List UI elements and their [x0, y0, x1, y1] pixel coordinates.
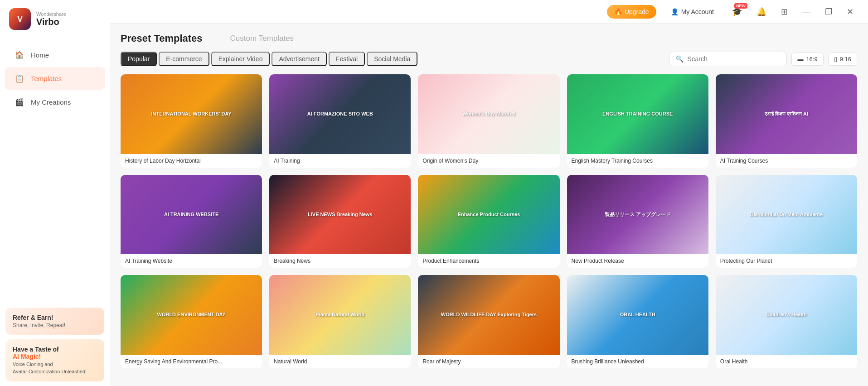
card-label: History of Labor Day Horizontal [121, 154, 262, 168]
promo-refer-title: Refer & Earn! [13, 314, 97, 321]
card-label: New Product Release [567, 254, 708, 268]
page-title: Preset Templates [121, 33, 203, 44]
filter-tab-popular[interactable]: Popular [121, 52, 157, 66]
ratio-9-16-button[interactable]: ▯ 9:16 [828, 53, 857, 66]
template-card[interactable]: WORLD WILDLIFE DAY Exploring Tigers Roar… [418, 275, 559, 368]
new-badge: NEW [734, 3, 747, 9]
sidebar-item-label: Templates [31, 75, 62, 82]
logo-text: Wondershare Virbo [36, 11, 66, 27]
thumb-title: Pianta Natural World [315, 312, 364, 318]
sidebar-item-templates[interactable]: 📋 Templates [5, 67, 105, 90]
template-card[interactable]: एआई शिक्षण प्रशिक्षण AI AI Training Cour… [716, 74, 857, 168]
template-card[interactable]: ENGLISH TRAINING COURSE English Mastery … [567, 74, 708, 168]
card-label: Product Enhancements [418, 254, 559, 268]
filter-tab-ecommerce[interactable]: E-commerce [159, 52, 209, 66]
template-card[interactable]: 製品リリース アップグレード New Product Release [567, 175, 708, 268]
template-card[interactable]: Women's Day March 8 Origin of Women's Da… [418, 74, 559, 168]
minimize-button[interactable]: — [799, 5, 814, 18]
template-card[interactable]: Pianta Natural World Natural World [269, 275, 411, 368]
card-label: Origin of Women's Day [418, 154, 559, 168]
card-label: AI Training [269, 154, 411, 168]
card-label: Natural World [269, 355, 411, 368]
thumb-title: Women's Day March 8 [462, 111, 515, 117]
upgrade-label: Upgrade [625, 8, 649, 15]
grid-button[interactable]: ⊞ [777, 5, 791, 19]
content-area: Preset Templates Custom Templates Popula… [110, 24, 868, 386]
template-card[interactable]: INTERNATIONAL WORKERS' DAY History of La… [121, 74, 262, 168]
promo-refer-card[interactable]: Refer & Earn! Share, Invite, Repeat! [5, 308, 104, 335]
thumb-title: Enhance Product Courses [458, 212, 520, 217]
filter-tab-explainer[interactable]: Explainer Video [211, 52, 270, 66]
ratio-16-9-icon: ▬ [797, 56, 803, 63]
template-card[interactable]: Enhance Product Courses Product Enhancem… [418, 175, 559, 268]
sidebar-item-label: Home [31, 51, 49, 59]
card-thumbnail: AI FORMAZIONE SITO WEB [269, 74, 411, 154]
filter-right: 🔍 ▬ 16:9 ▯ 9:16 [669, 52, 857, 66]
card-thumbnail: Women's Day March 8 [418, 74, 559, 154]
main-area: 🔥 Upgrade 👤 My Account 🎓 NEW 🔔 ⊞ — ❐ ✕ P… [110, 0, 868, 386]
template-card[interactable]: LIVE NEWS Breaking News Breaking News [269, 175, 411, 268]
card-thumbnail: Enhance Product Courses [418, 175, 559, 255]
upgrade-icon: 🔥 [614, 8, 622, 15]
card-label: Breaking News [269, 254, 411, 268]
card-thumbnail: ORAL HEALTH [567, 275, 708, 355]
logo-brand: Wondershare [36, 11, 66, 17]
templates-icon: 📋 [15, 73, 24, 83]
maximize-button[interactable]: ❐ [821, 5, 836, 19]
search-box[interactable]: 🔍 [669, 52, 787, 66]
template-card[interactable]: WORLD ENVIRONMENT DAY Energy Saving And … [121, 275, 262, 368]
logo-area: V Wondershare Virbo [0, 0, 110, 38]
ratio-16-9-button[interactable]: ▬ 16:9 [791, 53, 823, 66]
bell-button[interactable]: 🔔 [753, 5, 770, 19]
template-header: Preset Templates Custom Templates [121, 33, 857, 44]
template-card[interactable]: AI FORMAZIONE SITO WEB AI Training [269, 74, 411, 168]
app-logo-icon: V [9, 8, 31, 30]
card-label: AI Training Website [121, 254, 262, 268]
thumb-title: INTERNATIONAL WORKERS' DAY [151, 111, 231, 117]
search-icon: 🔍 [676, 55, 684, 63]
sidebar-item-home[interactable]: 🏠 Home [5, 43, 105, 66]
card-thumbnail: Dia Mundial Do Meio Ambiente [716, 175, 857, 255]
template-card[interactable]: Dia Mundial Do Meio Ambiente Protecting … [716, 175, 857, 268]
close-button[interactable]: ✕ [843, 5, 857, 19]
filter-tabs: PopularE-commerceExplainer VideoAdvertis… [121, 52, 417, 66]
home-icon: 🏠 [15, 50, 24, 60]
thumb-title: एआई शिक्षण प्रशिक्षण AI [765, 111, 808, 117]
account-button[interactable]: 👤 My Account [664, 5, 721, 19]
template-card[interactable]: AI TRAINING WEBSITE AI Training Website [121, 175, 262, 268]
thumb-title: Children's Health [766, 312, 807, 318]
filter-tab-festival[interactable]: Festival [329, 52, 365, 66]
template-card[interactable]: Children's Health Oral Health [716, 275, 857, 368]
promo-ai-card[interactable]: Have a Taste of AI Magic! Voice Cloning … [5, 339, 104, 381]
ratio-16-9-label: 16:9 [806, 56, 817, 63]
thumb-title: WORLD WILDLIFE DAY Exploring Tigers [441, 312, 537, 318]
sidebar-bottom: Refer & Earn! Share, Invite, Repeat! Hav… [0, 303, 110, 386]
filter-tab-advertisement[interactable]: Advertisement [272, 52, 326, 66]
card-thumbnail: LIVE NEWS Breaking News [269, 175, 411, 255]
card-label: Brushing Brilliance Unleashed [567, 355, 708, 368]
card-label: Oral Health [716, 355, 857, 368]
thumb-title: Dia Mundial Do Meio Ambiente [750, 212, 823, 217]
upgrade-button[interactable]: 🔥 Upgrade [607, 5, 656, 19]
thumb-title: AI FORMAZIONE SITO WEB [307, 111, 373, 117]
template-card[interactable]: ORAL HEALTH Brushing Brilliance Unleashe… [567, 275, 708, 368]
sidebar-item-my-creations[interactable]: 🎬 My Creations [5, 91, 105, 113]
ratio-9-16-icon: ▯ [834, 56, 837, 63]
logo-name: Virbo [36, 17, 66, 27]
card-label: Protecting Our Planet [716, 254, 857, 268]
card-thumbnail: ENGLISH TRAINING COURSE [567, 74, 708, 154]
custom-templates-link[interactable]: Custom Templates [230, 34, 294, 43]
thumb-title: WORLD ENVIRONMENT DAY [157, 312, 226, 318]
topbar: 🔥 Upgrade 👤 My Account 🎓 NEW 🔔 ⊞ — ❐ ✕ [110, 0, 868, 24]
promo-ai-sub: Voice Cloning and Avatar Customization U… [13, 361, 97, 375]
my-creations-icon: 🎬 [15, 97, 24, 107]
promo-refer-sub: Share, Invite, Repeat! [13, 322, 97, 328]
card-thumbnail: Children's Health [716, 275, 857, 355]
thumb-title: AI TRAINING WEBSITE [164, 212, 218, 217]
search-input[interactable] [687, 55, 780, 63]
filter-row: PopularE-commerceExplainer VideoAdvertis… [121, 52, 857, 66]
account-icon: 👤 [671, 8, 679, 15]
filter-tab-social[interactable]: Social Media [367, 52, 417, 66]
sidebar-nav: 🏠 Home 📋 Templates 🎬 My Creations [0, 38, 110, 303]
thumb-title: ENGLISH TRAINING COURSE [602, 111, 673, 117]
